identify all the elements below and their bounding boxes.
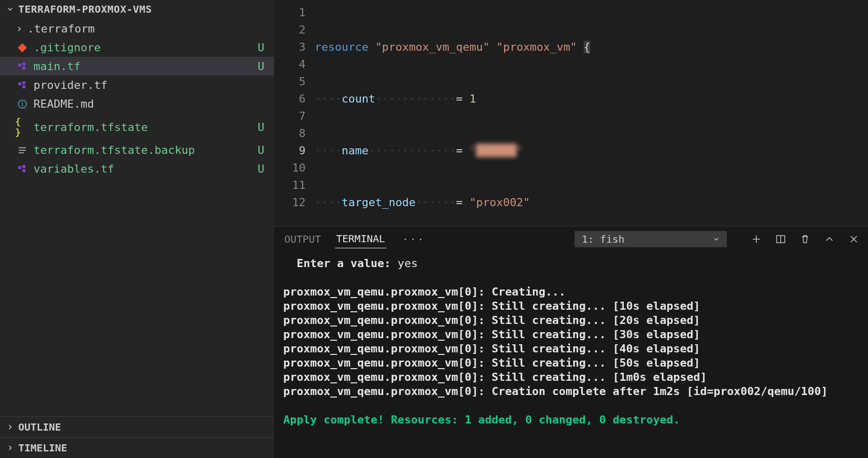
svg-rect-4 [22,81,25,84]
line-number: 5 [274,73,306,90]
file-readme[interactable]: i README.md [0,94,274,113]
new-terminal-icon[interactable] [751,234,761,244]
file-name: provider.tf [34,79,268,91]
folder-name: .terraform [27,22,94,35]
maximize-icon[interactable] [824,234,834,244]
terminal-action-icons [751,234,859,244]
explorer-root-header[interactable]: TERRAFORM-PROXMOX-VMS [0,0,274,18]
svg-rect-0 [18,63,21,67]
line-number: 4 [274,56,306,73]
line-number-gutter: 1 2 3 4 5 6 7 8 9 10 11 12 [274,0,315,226]
terminal-output[interactable]: Enter a value: yes proxmox_vm_qemu.proxm… [274,251,868,458]
file-provider-tf[interactable]: provider.tf [0,76,274,94]
chevron-right-icon [6,423,15,431]
code-editor[interactable]: 1 2 3 4 5 6 7 8 9 10 11 12 resource "pro… [274,0,868,226]
terminal-selector-value: 1: fish [582,233,624,245]
code-line: ····count············= 1 [315,90,868,108]
file-explorer-sidebar: TERRAFORM-PROXMOX-VMS .terraform .gitign… [0,0,274,458]
git-icon [15,43,29,53]
terminal-tabs: OUTPUT TERMINAL ··· 1: fish [274,226,868,251]
line-number: 7 [274,108,306,125]
panel-timeline[interactable]: TIMELINE [0,437,274,458]
line-number: 9 [274,142,306,159]
line-number: 11 [274,177,306,194]
sidebar-bottom-panels: OUTLINE TIMELINE [0,416,274,458]
tab-output[interactable]: OUTPUT [283,230,322,248]
chevron-right-icon [6,444,15,452]
svg-rect-8 [18,166,21,169]
terraform-icon [15,61,29,72]
code-line: ····target_node······= "prox002" [315,194,868,211]
file-variables-tf[interactable]: variables.tf U [0,159,274,178]
svg-rect-10 [22,169,25,172]
terminal-selector[interactable]: 1: fish [575,231,727,247]
panel-label: OUTLINE [18,421,61,433]
json-icon: { } [15,116,29,138]
code-content[interactable]: resource "proxmox_vm_qemu" "proxmox_vm" … [315,0,868,226]
git-status-badge: U [254,121,268,134]
panel-outline[interactable]: OUTLINE [0,416,274,437]
line-number: 12 [274,194,306,211]
file-name: terraform.tfstate [34,121,254,134]
terraform-icon [15,164,29,174]
chevron-down-icon [713,236,720,243]
terraform-icon [15,80,29,90]
explorer-root-title: TERRAFORM-PROXMOX-VMS [18,3,152,15]
file-name: variables.tf [34,162,254,175]
close-icon[interactable] [849,234,859,244]
file-tfstate-backup[interactable]: terraform.tfstate.backup U [0,141,274,159]
trash-icon[interactable] [800,234,810,244]
git-status-badge: U [254,162,268,175]
panel-label: TIMELINE [18,442,67,454]
file-name: .gitignore [34,41,254,54]
line-number: 8 [274,125,306,142]
line-number: 1 [274,4,306,21]
svg-text:i: i [20,101,24,108]
file-name: README.md [34,97,268,110]
svg-rect-1 [22,62,25,66]
main-area: 1 2 3 4 5 6 7 8 9 10 11 12 resource "pro… [274,0,868,458]
line-number: 10 [274,159,306,177]
svg-rect-2 [22,67,25,70]
svg-rect-5 [22,85,25,88]
file-gitignore[interactable]: .gitignore U [0,38,274,57]
tab-terminal[interactable]: TERMINAL [335,230,386,248]
folder-terraform[interactable]: .terraform [0,19,274,38]
file-tfstate[interactable]: { } terraform.tfstate U [0,113,274,141]
git-status-badge: U [254,41,268,54]
svg-rect-9 [22,165,25,168]
file-list: .terraform .gitignore U main.tf U provid… [0,18,274,416]
svg-rect-3 [18,82,21,85]
file-name: terraform.tfstate.backup [34,144,254,156]
terminal-panel: OUTPUT TERMINAL ··· 1: fish Enter a valu… [274,226,868,458]
file-main-tf[interactable]: main.tf U [0,57,274,76]
code-line: ····name·············= "██████" [315,142,868,159]
chevron-down-icon [6,5,15,13]
git-status-badge: U [254,60,268,73]
split-terminal-icon[interactable] [776,234,786,244]
lines-icon [15,145,29,155]
file-name: main.tf [34,60,254,73]
line-number: 6 [274,90,306,108]
info-icon: i [15,99,29,109]
line-number: 2 [274,21,306,39]
line-number: 3 [274,39,306,56]
git-status-badge: U [254,144,268,156]
code-line: resource "proxmox_vm_qemu" "proxmox_vm" … [315,39,868,56]
more-tabs-icon[interactable]: ··· [399,233,428,245]
chevron-right-icon [15,25,24,33]
